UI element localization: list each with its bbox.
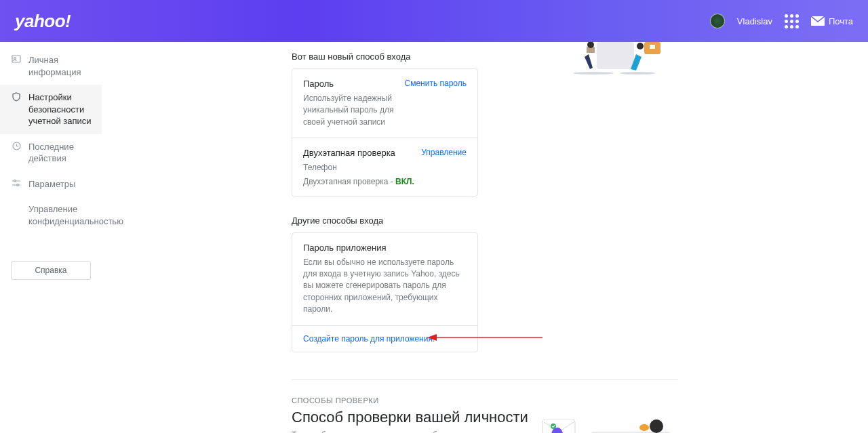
sidebar-item-label: Параметры — [28, 178, 75, 190]
divider — [292, 379, 678, 380]
sidebar-item-params[interactable]: Параметры — [0, 171, 102, 197]
mail-icon — [811, 16, 825, 26]
verification-sub: Таким образом ваша учетная запись будет … — [292, 430, 678, 433]
two-step-phone: Телефон — [303, 162, 421, 173]
password-title: Пароль — [303, 79, 404, 89]
verification-small-heading: СПОСОБЫ ПРОВЕРКИ — [292, 396, 678, 405]
svg-point-5 — [17, 184, 19, 186]
svg-rect-1 — [12, 56, 20, 62]
two-step-title: Двухэтапная проверка — [303, 148, 421, 158]
card-block-two-step: Двухэтапная проверка Телефон Двухэтапная… — [292, 138, 477, 195]
id-card-icon — [11, 55, 22, 63]
two-step-manage-link[interactable]: Управление — [421, 148, 467, 157]
sliders-icon — [11, 179, 22, 187]
verification-section: СПОСОБЫ ПРОВЕРКИ Способ проверки вашей л… — [292, 396, 678, 433]
sidebar-item-recent[interactable]: Последние действия — [0, 134, 102, 171]
help-button[interactable]: Справка — [11, 261, 91, 280]
mail-link[interactable]: Почта — [811, 16, 853, 26]
card-app-password: Пароль приложения Если вы обычно не испо… — [292, 232, 478, 352]
status-on: ВКЛ. — [395, 177, 414, 186]
create-app-password-link[interactable]: Создайте пароль для приложения. — [292, 325, 477, 352]
section-other-signin-title: Другие способы входа — [292, 215, 678, 226]
two-step-status: Двухэтапная проверка - ВКЛ. — [303, 177, 421, 186]
card-block-app-password: Пароль приложения Если вы обычно не испо… — [292, 233, 477, 325]
main-content: Вот ваш новый способ входа Пароль Исполь… — [102, 42, 868, 433]
username-label[interactable]: Vladislav — [737, 16, 772, 26]
svg-point-2 — [14, 58, 16, 60]
app-password-title: Пароль приложения — [303, 243, 467, 253]
shield-icon — [11, 92, 22, 102]
sidebar-item-label: Настройки безопасности учетной записи — [28, 91, 96, 127]
section-new-method-title: Вот ваш новый способ входа — [292, 51, 678, 62]
sidebar-item-label: Личная информация — [28, 54, 96, 78]
mail-label: Почта — [829, 16, 853, 26]
sidebar: Личная информация Настройки безопасности… — [0, 42, 102, 280]
verification-heading: Способ проверки вашей личности — [292, 409, 678, 426]
svg-point-4 — [14, 180, 16, 182]
clock-icon — [11, 142, 22, 150]
yahoo-logo[interactable]: yahoo! — [15, 11, 71, 32]
card-block-password: Пароль Используйте надежный уникальный п… — [292, 69, 477, 138]
card-sign-in-methods: Пароль Используйте надежный уникальный п… — [292, 68, 478, 197]
app-password-desc: Если вы обычно не используете пароль для… — [303, 257, 467, 316]
avatar[interactable] — [710, 14, 725, 28]
password-desc: Используйте надежный уникальный пароль д… — [303, 93, 404, 128]
change-password-link[interactable]: Сменить пароль — [404, 79, 467, 88]
apps-grid-icon[interactable] — [785, 14, 799, 28]
top-header: yahoo! Vladislav Почта — [0, 0, 868, 42]
sidebar-item-label: Последние действия — [28, 141, 96, 165]
sidebar-item-personal[interactable]: Личная информация — [0, 47, 102, 85]
help-label: Справка — [35, 266, 66, 275]
sidebar-item-security[interactable]: Настройки безопасности учетной записи — [0, 85, 102, 134]
sidebar-item-privacy[interactable]: Управление конфиденциальностью — [0, 197, 102, 234]
